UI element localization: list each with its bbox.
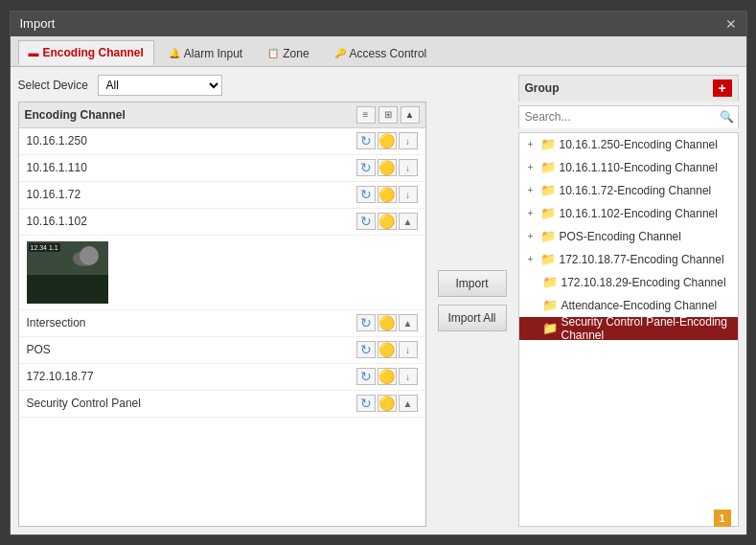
svg-rect-4 [65,282,84,299]
svg-point-2 [73,251,96,266]
tree-item-label: 10.16.1.72-Encoding Channel [560,184,712,197]
tree-item[interactable]: + 📁 172.10.18.77-Encoding Channel [519,248,738,271]
encoding-tab-icon: ▬ [29,47,39,58]
tree-item[interactable]: + 📁 POS-Encoding Channel [519,225,738,248]
zone-tab-icon: 📋 [267,48,279,58]
refresh-btn[interactable]: ↻ [356,132,376,149]
add-btn[interactable]: 🟡 [378,314,397,331]
import-dialog: Import ✕ ▬ Encoding Channel 🔔 Alarm Inpu… [10,11,747,535]
tree-item[interactable]: 📁 Attendance-Encoding Channel [519,294,738,317]
folder-icon: 📁 [540,160,556,174]
tree-item-label: 172.10.18.29-Encoding Channel [561,276,726,289]
svg-rect-1 [27,275,108,304]
channel-item-icons: ↻ 🟡 ↓ [356,186,418,203]
select-device-dropdown[interactable]: All [98,75,222,96]
refresh-btn[interactable]: ↻ [356,368,376,385]
folder-icon: 📁 [540,252,556,266]
channel-item[interactable]: POS ↻ 🟡 ↓ [19,337,425,364]
channel-item[interactable]: 10.16.1.110 ↻ 🟡 ↓ [19,155,425,182]
channel-item[interactable]: Intersection ↻ 🟡 ▲ [19,310,425,337]
import-all-button[interactable]: Import All [438,305,507,331]
channel-item-icons: ↻ 🟡 ▲ [356,395,418,412]
camera-preview-item: 12.34 1.1 [19,236,425,310]
left-panel: Select Device All Encoding Channel ≡ ⊞ ▲ [18,75,426,527]
channel-item-name: 10.16.1.110 [27,161,87,174]
folder-icon: 📁 [542,321,558,335]
expand-btn[interactable]: ↓ [399,159,418,176]
tab-access[interactable]: 🔑 Access Control [324,40,438,65]
channel-item[interactable]: 10.16.1.72 ↻ 🟡 ↓ [19,182,425,209]
channel-item[interactable]: Security Control Panel ↻ 🟡 ▲ [19,391,425,418]
tree-item[interactable]: + 📁 10.16.1.102-Encoding Channel [519,202,738,225]
group-tree: + 📁 10.16.1.250-Encoding Channel + 📁 10.… [518,132,739,527]
middle-buttons: Import Import All [434,75,511,527]
search-icon[interactable]: 🔍 [717,106,738,127]
group-add-button[interactable]: + [713,79,732,97]
list-view-btn[interactable]: ≡ [356,106,376,124]
channel-panel: Encoding Channel ≡ ⊞ ▲ 10.16.1.250 ↻ 🟡 [18,102,426,527]
tree-item[interactable]: 📁 172.10.18.29-Encoding Channel [519,271,738,294]
alarm-tab-label: Alarm Input [184,47,242,60]
refresh-btn[interactable]: ↻ [356,213,376,230]
add-btn[interactable]: 🟡 [378,395,397,412]
group-title: Group [525,81,560,95]
content-area: Select Device All Encoding Channel ≡ ⊞ ▲ [11,67,746,534]
channel-item[interactable]: 172.10.18.77 ↻ 🟡 ↓ [19,364,425,391]
folder-icon: 📁 [540,206,556,220]
tree-item[interactable]: + 📁 10.16.1.250-Encoding Channel [519,133,738,156]
folder-icon: 📁 [540,229,556,243]
channel-item-icons: ↻ 🟡 ▲ [356,314,418,331]
folder-icon: 📁 [542,275,558,289]
refresh-btn[interactable]: ↻ [356,159,376,176]
right-panel: Group + 🔍 + 📁 10.16.1.250-Encoding Chann… [518,75,739,527]
channel-item-icons: ↻ 🟡 ↓ [356,341,418,358]
add-btn[interactable]: 🟡 [378,213,397,230]
grid-view-btn[interactable]: ⊞ [378,106,398,124]
expand-btn[interactable]: ▲ [399,395,418,412]
encoding-tab-label: Encoding Channel [43,46,144,59]
expand-btn[interactable]: ▲ [399,314,418,331]
search-input[interactable] [519,108,717,125]
tree-item-label: 10.16.1.250-Encoding Channel [560,138,718,151]
collapse-all-btn[interactable]: ▲ [401,106,420,124]
expand-btn[interactable]: ↓ [399,186,418,203]
group-header: Group + [518,75,739,102]
tree-item[interactable]: + 📁 10.16.1.110-Encoding Channel [519,156,738,179]
page-indicator: 1 [714,510,731,527]
add-btn[interactable]: 🟡 [378,132,397,149]
refresh-btn[interactable]: ↻ [356,314,376,331]
expand-btn[interactable]: ↓ [399,132,418,149]
refresh-btn[interactable]: ↻ [356,341,376,358]
tab-alarm[interactable]: 🔔 Alarm Input [158,40,253,65]
tree-item[interactable]: + 📁 10.16.1.72-Encoding Channel [519,179,738,202]
channel-item-icons: ↻ 🟡 ↓ [356,368,418,385]
close-button[interactable]: ✕ [725,16,737,32]
svg-rect-3 [32,280,60,299]
tab-bar: ▬ Encoding Channel 🔔 Alarm Input 📋 Zone … [11,36,746,67]
folder-icon: 📁 [540,183,556,197]
tab-encoding[interactable]: ▬ Encoding Channel [18,40,154,65]
add-btn[interactable]: 🟡 [378,159,397,176]
folder-icon: 📁 [540,137,556,151]
tab-zone[interactable]: 📋 Zone [257,40,319,65]
add-btn[interactable]: 🟡 [378,186,397,203]
add-btn[interactable]: 🟡 [378,368,397,385]
dialog-title: Import [20,16,56,31]
channel-header-title: Encoding Channel [25,108,126,122]
tree-item-selected[interactable]: 📁 Security Control Panel-Encoding Channe… [519,317,738,340]
refresh-btn[interactable]: ↻ [356,186,376,203]
channel-item[interactable]: 10.16.1.102 ↻ 🟡 ▲ [19,209,425,236]
header-icons: ≡ ⊞ ▲ [356,106,420,124]
collapse-btn[interactable]: ▲ [399,213,418,230]
refresh-btn[interactable]: ↻ [356,395,376,412]
channel-item[interactable]: 10.16.1.250 ↻ 🟡 ↓ [19,128,425,155]
expand-btn[interactable]: ↓ [399,341,418,358]
channel-header: Encoding Channel ≡ ⊞ ▲ [19,102,425,128]
expand-btn[interactable]: ↓ [399,368,418,385]
import-button[interactable]: Import [438,270,507,297]
channel-item-icons: ↻ 🟡 ↓ [356,132,418,149]
folder-icon: 📁 [542,298,558,312]
tree-item-label: POS-Encoding Channel [560,230,681,243]
expand-icon: + [525,208,537,219]
add-btn[interactable]: 🟡 [378,341,397,358]
